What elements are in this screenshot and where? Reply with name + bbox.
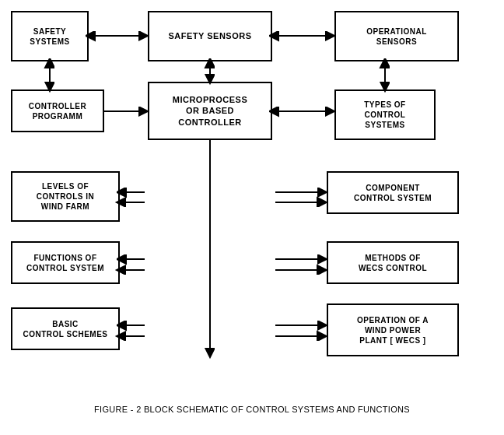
controller-programm-box: CONTROLLERPROGRAMM bbox=[11, 89, 104, 132]
functions-control-box: FUNCTIONS OFCONTROL SYSTEM bbox=[11, 241, 120, 284]
microprocessor-box: MICROPROCESSOR BASEDCONTROLLER bbox=[148, 82, 272, 140]
levels-controls-box: LEVELS OFCONTROLS INWIND FARM bbox=[11, 171, 120, 222]
safety-systems-box: SAFETY SYSTEMS bbox=[11, 11, 89, 61]
types-control-box: TYPES OFCONTROLSYSTEMS bbox=[334, 89, 436, 140]
operational-sensors-box: OPERATIONALSENSORS bbox=[334, 11, 459, 61]
safety-sensors-box: SAFETY SENSORS bbox=[148, 11, 272, 61]
figure-caption: FIGURE - 2 BLOCK SCHEMATIC OF CONTROL SY… bbox=[0, 405, 504, 414]
operation-wind-box: OPERATION OF AWIND POWERPLANT [ WECS ] bbox=[327, 303, 459, 356]
basic-control-box: BASICCONTROL SCHEMES bbox=[11, 307, 120, 350]
diagram-container: SAFETY SYSTEMS SAFETY SENSORS OPERATIONA… bbox=[0, 0, 504, 435]
methods-wecs-box: METHODS OFWECS CONTROL bbox=[327, 241, 459, 284]
component-control-box: COMPONENTCONTROL SYSTEM bbox=[327, 171, 459, 214]
